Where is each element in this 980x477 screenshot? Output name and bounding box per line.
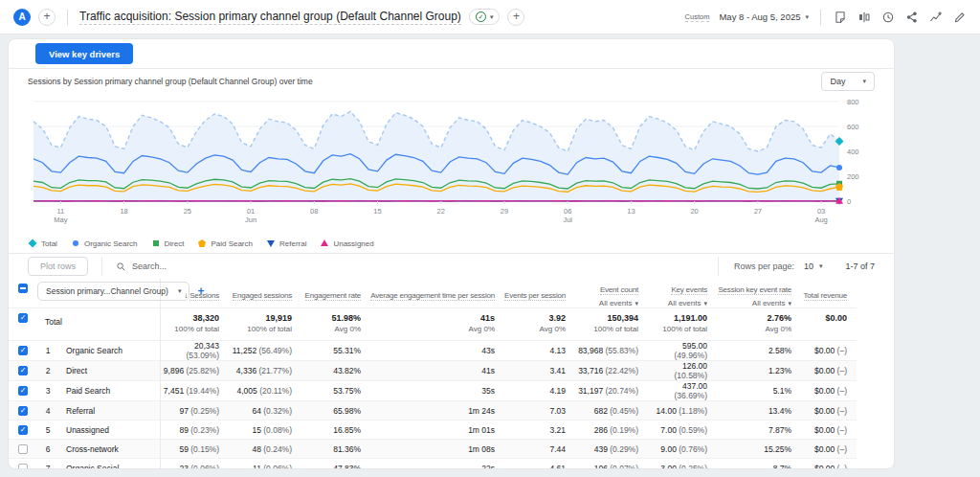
cell: 83,968 (55.83%): [575, 341, 648, 361]
total-subtext: 100% of total: [229, 325, 292, 333]
percent-of-total: (25.82%): [187, 366, 220, 375]
edit-icon[interactable]: [952, 10, 967, 24]
circle-icon: [71, 238, 80, 248]
column-label[interactable]: Key events: [671, 285, 707, 295]
legend-label: Unassigned: [333, 239, 373, 248]
column-label[interactable]: Event count: [600, 285, 638, 295]
x-axis-month-label: Jun: [245, 216, 256, 224]
column-label[interactable]: Engagement rate: [305, 291, 361, 301]
rows-per-page-select[interactable]: 10: [804, 261, 813, 271]
row-number: 7: [37, 459, 58, 470]
add-report-button[interactable]: +: [507, 9, 524, 26]
row-checkbox[interactable]: ✓: [18, 346, 28, 355]
column-header-engaged-sessions[interactable]: Engaged sessions: [229, 279, 301, 308]
x-axis-label: 22: [437, 207, 445, 216]
row-checkbox[interactable]: ✓: [18, 425, 28, 435]
chevron-down-icon[interactable]: ▾: [819, 262, 823, 270]
metric-filter[interactable]: All events▾: [717, 299, 791, 307]
row-checkbox[interactable]: [18, 444, 28, 454]
percent-of-total: (–): [837, 346, 847, 355]
column-label[interactable]: Events per session: [504, 291, 566, 301]
report-title[interactable]: Traffic acquisition: Session primary cha…: [79, 10, 461, 25]
cell: 11,252 (56.49%): [229, 341, 301, 361]
percent-of-total: (–): [837, 464, 847, 469]
analytics-avatar[interactable]: A: [13, 9, 31, 26]
percent-of-total: (55.83%): [606, 346, 639, 355]
column-label[interactable]: Session key event rate: [718, 285, 791, 295]
report-status-badge[interactable]: ✓ ▾: [469, 9, 501, 25]
percent-of-total: (0.19%): [610, 425, 638, 435]
date-range-picker[interactable]: May 8 - Aug 5, 2025 ▾: [719, 11, 809, 22]
total-value: 41s: [370, 313, 495, 323]
triangle-up-icon: [320, 238, 329, 248]
column-header-total-revenue[interactable]: Total revenue: [801, 279, 857, 308]
column-header-engagement-rate[interactable]: Engagement rate: [301, 279, 370, 308]
cell: 4,005 (20.11%): [229, 381, 301, 401]
row-checkbox[interactable]: ✓: [18, 406, 28, 416]
cell: 14.00 (1.18%): [648, 401, 717, 420]
percent-of-total: (36.69%): [675, 391, 708, 400]
total-subtext: Avg 0%: [717, 325, 791, 333]
legend-item-unassigned: Unassigned: [320, 238, 373, 248]
cell: 3.00 (0.25%): [648, 459, 717, 470]
select-all-checkbox[interactable]: [18, 284, 28, 293]
granularity-select[interactable]: Day ▾: [821, 72, 875, 91]
channel-name: Referral: [58, 401, 160, 420]
cell: 1m 24s: [370, 401, 504, 420]
chevron-down-icon: ▾: [805, 13, 809, 21]
square-icon: [151, 238, 161, 248]
cell: 7.44: [504, 440, 575, 459]
plot-rows-button[interactable]: Plot rows: [28, 257, 88, 276]
cell: 4.61: [504, 459, 575, 470]
note-icon[interactable]: [833, 10, 847, 24]
y-axis-label: 600: [847, 123, 859, 131]
percent-of-total: (0.29%): [610, 444, 638, 454]
share-icon[interactable]: [904, 10, 919, 24]
y-axis-label: 400: [847, 148, 859, 156]
total-value: 38,320: [161, 313, 220, 323]
column-header-average-engagement-time-per-session[interactable]: Average engagement time per session: [370, 279, 504, 308]
row-checkbox[interactable]: ✓: [18, 366, 28, 375]
marker-circle: [73, 240, 78, 246]
y-axis-label: 0: [847, 197, 851, 206]
legend-item-total: Total: [28, 238, 57, 248]
x-axis-label: 20: [690, 207, 698, 216]
channel-name: Cross-network: [58, 440, 160, 459]
dimension-selector[interactable]: Session primary...Channel Group)▾: [37, 282, 189, 301]
column-header-key-events[interactable]: Key eventsAll events▾: [648, 279, 717, 308]
add-tab-button[interactable]: +: [38, 9, 56, 26]
percent-of-total: (0.23%): [190, 425, 219, 435]
x-axis-label: 29: [501, 207, 508, 216]
x-axis-label: 15: [373, 207, 381, 216]
view-key-drivers-button[interactable]: View key drivers: [35, 43, 133, 64]
x-axis-month-label: May: [54, 216, 67, 224]
insights-icon[interactable]: [928, 10, 943, 24]
metric-filter[interactable]: All events▾: [575, 299, 638, 307]
comparison-icon[interactable]: [857, 10, 871, 24]
report-card: View key drivers Sessions by Session pri…: [8, 38, 895, 469]
table-row-paid-search: ✓3Paid Search7,451 (19.44%)4,005 (20.11%…: [9, 381, 857, 401]
total-checkbox[interactable]: ✓: [18, 313, 28, 323]
metric-filter[interactable]: All events▾: [648, 299, 707, 307]
cell: 7.03: [504, 401, 575, 420]
x-axis-label: 01: [247, 207, 255, 216]
column-header-session-key-event-rate[interactable]: Session key event rateAll events▾: [717, 279, 801, 308]
search-input[interactable]: [132, 261, 343, 271]
column-label[interactable]: Total revenue: [804, 291, 847, 301]
column-header-events-per-session[interactable]: Events per session: [504, 279, 575, 308]
row-checkbox[interactable]: ✓: [18, 386, 28, 396]
column-label[interactable]: Sessions: [189, 291, 219, 301]
percent-of-total: (21.77%): [259, 366, 293, 375]
row-checkbox[interactable]: [18, 464, 28, 469]
clock-icon[interactable]: [880, 10, 895, 24]
column-label[interactable]: Average engagement time per session: [370, 291, 495, 301]
cell: 9.00 (0.76%): [648, 440, 717, 459]
total-value: 2.76%: [717, 313, 791, 323]
y-axis-label: 200: [847, 172, 859, 181]
column-label[interactable]: Engaged sessions: [233, 291, 292, 301]
legend-label: Referral: [279, 239, 306, 248]
column-header-event-count[interactable]: Event countAll events▾: [575, 279, 648, 308]
chevron-down-icon: ▾: [635, 300, 638, 307]
cell: 286 (0.19%): [575, 420, 648, 440]
total-value: 1,191.00: [648, 313, 707, 323]
